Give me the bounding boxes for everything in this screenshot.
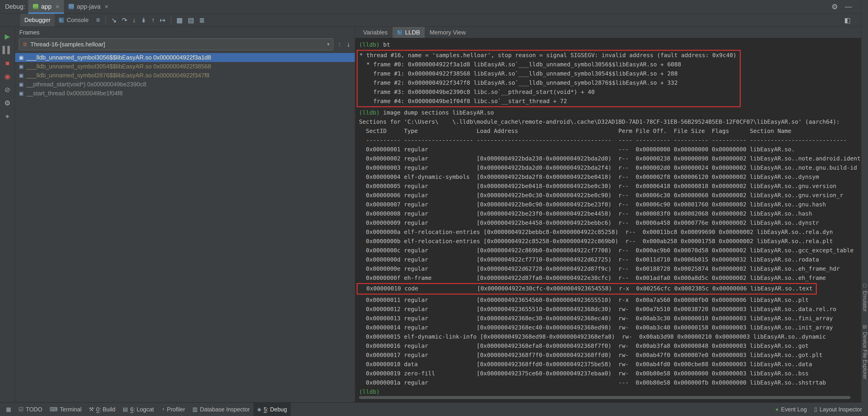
hide-window-icon[interactable]: — [845, 3, 852, 11]
console-line: * frame #0: 0x0000004922f3a1d8 libEasyAR… [360, 60, 737, 69]
frame-list-item[interactable]: ▣__pthread_start(void*) 0x00000049be2390… [15, 80, 355, 89]
lldb-console-output: (lldb) bt* thread #16, name = 'samples.h… [359, 40, 862, 396]
content-tab-lldb[interactable]: LLDB [393, 27, 425, 38]
build-icon: ⚒ [89, 406, 94, 413]
statusbar-label: Profiler [167, 406, 185, 413]
thread-selector-row: ≣ Thread-16-[samples.helloar] ▾ ↑ ↓ [15, 38, 355, 52]
view-options-icon[interactable]: ▤ [185, 16, 196, 24]
console-line: 0x00000011 regular [0x0000004923654560-0… [359, 296, 862, 305]
session-tab-app-java[interactable]: app-java× [64, 0, 113, 13]
statusbar-debug[interactable]: ◈5: Debug [253, 403, 291, 416]
statusbar-layout-inspector[interactable]: ▯Layout Inspector [810, 403, 866, 416]
content-tab-memory-view[interactable]: Memory View [425, 27, 470, 38]
emulator-icon: ▢ [862, 282, 868, 288]
content-tab-label: LLDB [405, 29, 420, 36]
show-execution-point-icon[interactable]: ↘ [109, 16, 119, 24]
stack-frame-icon: ▣ [19, 91, 24, 96]
debugger-settings-button[interactable]: ⚙ [4, 99, 10, 107]
restore-layout-icon[interactable]: ≡ [94, 16, 103, 24]
statusbar-logcat[interactable]: ▤6: Logcat [119, 403, 158, 416]
session-tab-app[interactable]: app× [28, 0, 64, 13]
layout-settings-icon[interactable]: ≣ [197, 16, 207, 24]
stack-frame-icon: ▣ [19, 55, 24, 61]
settings-gear-icon[interactable]: ⚙ [832, 3, 838, 11]
step-into-icon[interactable]: ↓ [130, 16, 138, 24]
horizontal-scrollbar[interactable] [359, 396, 850, 399]
console-line: 0x00000003 regular [0x0000004922bda2d0-0… [359, 163, 862, 172]
console-line: 0x00000015 elf-dynamic-link-info [0x0000… [359, 332, 862, 341]
toolwindow-button-emulator[interactable]: ▢Emulator [862, 282, 868, 312]
console-line: 0x00000016 regular [0x000000492368efa8-0… [359, 341, 862, 351]
console-line: 0x00000007 regular [0x0000004922be0c90-0… [359, 200, 862, 209]
toolwindow-button-device-file-explorer[interactable]: ▤Device File Explorer [862, 324, 868, 379]
view-tab-console[interactable]: Console [55, 14, 93, 26]
statusbar-profiler[interactable]: ◔Profiler [158, 403, 189, 416]
pin-tab-button[interactable]: ⌖ [5, 113, 9, 120]
previous-frame-button[interactable]: ↑ [337, 40, 342, 48]
lldb-prompt: (lldb) [359, 388, 380, 395]
console-line: 0x00000002 regular [0x0000004922bda238-0… [359, 154, 862, 163]
run-to-cursor-icon[interactable]: ↦ [157, 16, 168, 24]
frame-list-item[interactable]: ▣___lldb_unnamed_symbol3056$$libEasyAR.s… [15, 53, 355, 62]
pause-program-button[interactable]: ▌▌ [3, 46, 12, 54]
close-tab-icon[interactable]: × [105, 3, 108, 10]
close-tab-icon[interactable]: × [56, 3, 59, 10]
debugger-content-tabs: VariablesLLDBMemory View [355, 27, 862, 38]
statusbar-todo[interactable]: ☑TODO [15, 403, 46, 416]
console-line: * thread #16, name = 'samples.helloar', … [360, 51, 737, 60]
lldb-prompt: (lldb) [359, 109, 380, 116]
thread-selector[interactable]: ≣ Thread-16-[samples.helloar] ▾ [19, 38, 333, 50]
console-line: 0x0000000e regular [0x0000004922d62728-0… [359, 264, 862, 273]
view-as-table-icon[interactable]: ▦ [174, 16, 185, 24]
debug-window-label: Debug: [5, 3, 25, 10]
event-log-icon: ● [775, 406, 779, 413]
force-step-into-icon[interactable]: ↡ [138, 16, 149, 24]
toolwindow-label: Emulator [862, 291, 868, 312]
view-breakpoints-button[interactable]: ◉ [4, 73, 10, 80]
content-tab-variables[interactable]: Variables [359, 27, 392, 38]
console-line: 0x00000013 regular [0x000000492368ec30-0… [359, 314, 862, 323]
lldb-console-icon [397, 30, 402, 35]
toolwindow-label: Device File Explorer [862, 332, 868, 379]
statusbar-terminal[interactable]: ⌨Terminal [46, 403, 85, 416]
restore-default-layout-icon[interactable]: ◧ [844, 16, 862, 24]
statusbar-toolwindow-switcher[interactable]: ▦ [2, 403, 15, 416]
view-tab-debugger[interactable]: Debugger [20, 14, 55, 26]
step-out-icon[interactable]: ↑ [149, 16, 157, 24]
lldb-console[interactable]: (lldb) bt* thread #16, name = 'samples.h… [355, 38, 862, 402]
debugger-toolbar: DebuggerConsole ≡↘↷↓↡↑↦▦▤≣ ◧ [0, 14, 862, 27]
console-command-line: (lldb) bt [359, 40, 862, 49]
console-line: 0x00000019 zero-fill [0x000000492375ce60… [359, 369, 862, 378]
console-command-line: (lldb) [359, 387, 862, 396]
statusbar-label: Layout Inspector [819, 406, 862, 413]
console-line: 0x00000018 data [0x000000492368ffd0-0x00… [359, 360, 862, 369]
device-file-explorer-icon: ▤ [862, 324, 868, 329]
statusbar-label: Event Log [781, 406, 807, 413]
console-line: 0x00000009 regular [0x0000004922be4458-0… [359, 218, 862, 228]
statusbar-event-log[interactable]: ●Event Log [772, 403, 810, 416]
resume-program-button[interactable]: ▶ [5, 33, 10, 40]
right-toolwindow-strip: ▢Emulator▤Device File Explorer [861, 0, 868, 403]
console-line: 0x00000005 regular [0x0000004922be0418-0… [359, 182, 862, 191]
statusbar-database-inspector[interactable]: ▥Database Inspector [189, 403, 253, 416]
debug-actions-toolbar: ▶▌▌■◉⊘⚙⌖ [0, 27, 15, 402]
console-line: 0x0000000f eh-frame [0x0000004922d87fa0-… [359, 273, 862, 283]
frame-list-item[interactable]: ▣___lldb_unnamed_symbol3054$$libEasyAR.s… [15, 62, 355, 71]
frame-list-item[interactable]: ▣__start_thread 0x00000049be1f04f8 [15, 89, 355, 98]
frame-label: __pthread_start(void*) 0x00000049be2390c… [26, 81, 146, 88]
console-line: frame #2: 0x0000004922f347f8 libEasyAR.s… [360, 78, 737, 88]
console-line: Sections for 'C:\Users\ \.lldb\module_ca… [359, 117, 862, 127]
content-tab-label: Memory View [430, 29, 466, 36]
stop-button[interactable]: ■ [5, 60, 9, 67]
frame-list-item[interactable]: ▣___lldb_unnamed_symbol2876$$libEasyAR.s… [15, 71, 355, 80]
mute-breakpoints-button[interactable]: ⊘ [4, 86, 10, 94]
console-line: frame #4: 0x00000049be1f04f8 libc.so`__s… [360, 97, 737, 106]
statusbar-build[interactable]: ⚒0: Build [85, 403, 119, 416]
next-frame-button[interactable]: ↓ [346, 40, 351, 48]
stack-frame-icon: ▣ [19, 64, 24, 70]
database-inspector-icon: ▥ [192, 406, 198, 413]
terminal-icon: ⌨ [50, 406, 58, 413]
debug-icon: ◈ [257, 406, 261, 413]
step-over-icon[interactable]: ↷ [119, 16, 130, 24]
thread-icon: ≣ [23, 41, 27, 47]
